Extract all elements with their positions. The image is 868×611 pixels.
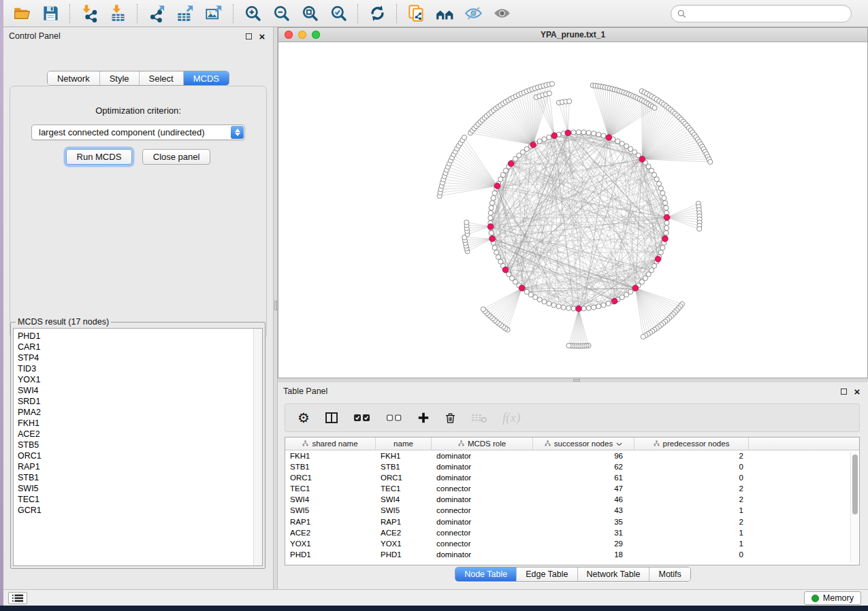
- table-cell[interactable]: dominator: [432, 461, 533, 472]
- deselect-all-button[interactable]: [386, 411, 402, 425]
- network-graph[interactable]: [278, 42, 867, 378]
- graph-node[interactable]: [592, 305, 596, 310]
- mcds-result-item[interactable]: CAR1: [18, 342, 262, 352]
- split-panel-button[interactable]: [325, 411, 338, 425]
- graph-node[interactable]: [664, 220, 669, 225]
- graph-node[interactable]: [581, 130, 586, 135]
- table-row[interactable]: STB1STB1dominator620: [285, 461, 859, 472]
- graph-node[interactable]: [649, 168, 654, 173]
- search-field[interactable]: [671, 5, 852, 22]
- table-cell[interactable]: SWI4: [285, 495, 376, 506]
- table-cell[interactable]: 1: [634, 539, 749, 550]
- mcds-result-item[interactable]: ACE2: [18, 429, 262, 440]
- graph-mcds-hub-node[interactable]: [530, 142, 536, 148]
- table-cell[interactable]: 31: [533, 527, 634, 538]
- tab-motifs[interactable]: Motifs: [649, 567, 690, 581]
- table-cell[interactable]: connector: [432, 527, 533, 538]
- splitter-grip-icon[interactable]: [573, 379, 580, 382]
- table-cell[interactable]: connector: [432, 539, 533, 550]
- show-graphics-details-button[interactable]: [487, 2, 516, 25]
- table-cell[interactable]: ORC1: [376, 472, 432, 483]
- graph-node[interactable]: [571, 130, 576, 135]
- graph-leaf-node[interactable]: [464, 220, 469, 225]
- graph-mcds-hub-node[interactable]: [664, 214, 670, 220]
- column-header-predecessor-nodes[interactable]: predecessor nodes: [634, 437, 749, 450]
- graph-mcds-hub-node[interactable]: [611, 298, 617, 304]
- export-network-button[interactable]: [142, 2, 171, 25]
- table-cell[interactable]: 1: [634, 527, 749, 538]
- table-cell[interactable]: 1: [634, 506, 749, 516]
- table-row[interactable]: SWI5SWI5connector431: [285, 506, 859, 516]
- table-cell[interactable]: 0: [634, 461, 749, 472]
- table-scrollbar[interactable]: [850, 452, 858, 563]
- table-cell[interactable]: ACE2: [285, 527, 376, 538]
- zoom-selected-button[interactable]: [324, 2, 353, 25]
- table-cell[interactable]: TEC1: [285, 484, 376, 495]
- mcds-result-item[interactable]: TID3: [18, 363, 262, 374]
- graph-node[interactable]: [615, 139, 620, 144]
- hide-selected-button[interactable]: [459, 2, 487, 25]
- table-cell[interactable]: 29: [533, 539, 634, 550]
- graph-mcds-hub-node[interactable]: [655, 257, 661, 263]
- table-row[interactable]: PHD1PHD1dominator180: [285, 550, 859, 561]
- window-minimize-button[interactable]: [298, 31, 306, 39]
- window-zoom-button[interactable]: [312, 31, 320, 39]
- table-cell[interactable]: 2: [634, 516, 749, 527]
- delete-column-button[interactable]: [445, 411, 456, 425]
- graph-node[interactable]: [620, 295, 624, 299]
- first-neighbors-button[interactable]: [430, 2, 459, 25]
- clone-network-button[interactable]: [402, 2, 430, 25]
- graph-node[interactable]: [581, 306, 586, 311]
- table-cell[interactable]: 62: [533, 461, 634, 472]
- graph-node[interactable]: [662, 201, 667, 205]
- tab-edge-table[interactable]: Edge Table: [516, 567, 577, 581]
- add-column-button[interactable]: [417, 411, 430, 425]
- graph-node[interactable]: [494, 250, 499, 254]
- graph-node[interactable]: [537, 139, 542, 144]
- table-cell[interactable]: dominator: [432, 450, 533, 461]
- table-row[interactable]: YOX1YOX1connector291: [285, 539, 859, 550]
- graph-node[interactable]: [566, 306, 571, 310]
- graph-mcds-hub-node[interactable]: [519, 285, 525, 291]
- mcds-result-item[interactable]: SRD1: [18, 396, 262, 407]
- mcds-result-item[interactable]: SWI4: [18, 385, 262, 396]
- zoom-out-button[interactable]: [267, 2, 295, 25]
- table-cell[interactable]: SWI4: [376, 495, 432, 506]
- graph-node[interactable]: [561, 305, 566, 310]
- table-cell[interactable]: SWI5: [376, 506, 432, 516]
- graph-leaf-node[interactable]: [566, 343, 571, 348]
- import-table-from-file-button[interactable]: [103, 2, 132, 25]
- graph-node[interactable]: [586, 306, 591, 310]
- graph-node[interactable]: [542, 137, 547, 142]
- graph-leaf-node[interactable]: [481, 307, 485, 312]
- graph-leaf-node[interactable]: [652, 105, 657, 110]
- table-scrollbar-thumb[interactable]: [852, 455, 858, 514]
- splitter-grip-icon[interactable]: [274, 301, 277, 310]
- graph-leaf-node[interactable]: [462, 135, 466, 139]
- graph-node[interactable]: [488, 216, 493, 220]
- graph-mcds-hub-node[interactable]: [551, 133, 558, 139]
- graph-mcds-hub-node[interactable]: [662, 236, 669, 242]
- graph-node[interactable]: [489, 231, 494, 235]
- table-cell[interactable]: 18: [533, 550, 634, 561]
- table-cell[interactable]: TEC1: [376, 484, 432, 495]
- column-gear-button[interactable]: ⚙: [298, 411, 310, 425]
- graph-mcds-hub-node[interactable]: [565, 130, 571, 136]
- zoom-fit-button[interactable]: [295, 2, 324, 25]
- table-cell[interactable]: dominator: [432, 472, 533, 483]
- graph-node[interactable]: [652, 263, 656, 268]
- graph-node[interactable]: [601, 133, 606, 138]
- optimization-criterion-select[interactable]: largest connected component (undirected): [31, 125, 245, 140]
- table-cell[interactable]: 43: [533, 506, 634, 516]
- export-image-button[interactable]: [199, 2, 228, 25]
- table-row[interactable]: ACE2ACE2connector311: [285, 527, 859, 538]
- graph-node[interactable]: [537, 297, 542, 302]
- table-panel-float-button[interactable]: [838, 386, 849, 397]
- table-cell[interactable]: 2: [634, 484, 749, 495]
- control-panel-float-button[interactable]: [243, 31, 254, 42]
- graph-mcds-hub-node[interactable]: [639, 156, 645, 163]
- table-row[interactable]: FKH1FKH1dominator962: [285, 450, 859, 461]
- graph-node[interactable]: [489, 205, 494, 210]
- table-cell[interactable]: 2: [634, 495, 749, 506]
- network-canvas[interactable]: [278, 42, 867, 378]
